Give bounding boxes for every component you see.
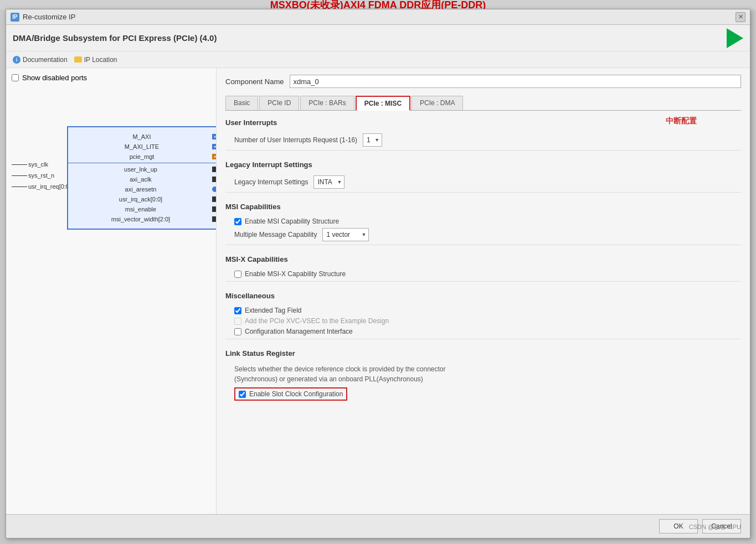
usr-irq-ack-connector (212, 196, 217, 202)
msix-capabilities-separator (225, 281, 741, 282)
enable-msix-checkbox[interactable] (234, 271, 241, 278)
enable-slot-clock-checkbox[interactable] (239, 391, 246, 398)
legacy-interrupt-row: Legacy Interrupt Settings INTAINTBINTCIN… (225, 175, 741, 189)
multiple-message-dropdown[interactable]: 1 vector2 vectors4 vectors 8 vectors16 v… (322, 228, 369, 241)
signal-sys-rst: sys_rst_n (12, 170, 71, 180)
left-panel: Show disabled ports sys_clk sys_rst_n (6, 68, 217, 514)
enable-msi-checkbox[interactable] (234, 218, 241, 225)
tab-pcie-id[interactable]: PCIe ID (259, 96, 299, 110)
port-m-axi-lite: M_AXI_LITE + (68, 142, 217, 152)
show-disabled-ports-label: Show disabled ports (22, 74, 87, 82)
title-bar: IP Re-customize IP ✕ (6, 9, 750, 25)
port-msi-vector-width: msi_vector_width[2:0] (68, 214, 217, 224)
m-axi-connector[interactable]: + (212, 134, 217, 139)
msix-capabilities-title: MSI-X Capabilities (225, 255, 741, 266)
tab-pcie-misc[interactable]: PCIe : MISC (356, 96, 410, 111)
interrupts-annotation: 中断配置 (666, 116, 697, 126)
config-mgmt-label: Configuration Management Interface (245, 328, 353, 335)
tab-pcie-dma[interactable]: PCIe : DMA (412, 96, 463, 110)
legacy-interrupt-title: Legacy Interrupt Settings (225, 160, 741, 171)
add-pcie-xvc-checkbox[interactable] (234, 318, 241, 325)
add-pcie-xvc-label: Add the PCIe XVC-VSEC to the Example Des… (245, 317, 389, 325)
config-mgmt-checkbox[interactable] (234, 328, 241, 335)
msi-capabilities-title: MSI Capabilities (225, 203, 741, 213)
msi-vector-width-connector (212, 216, 217, 222)
legacy-interrupt-select[interactable]: INTAINTBINTCINTD (314, 176, 344, 188)
num-user-interrupts-row: Number of User Interrupts Request (1-16)… (225, 133, 741, 147)
user-interrupts-section: User Interrupts 中断配置 Number of User Inte… (225, 118, 741, 151)
main-dialog: IP Re-customize IP ✕ DMA/Bridge Subsyste… (6, 9, 750, 538)
enable-slot-clock-label: Enable Slot Clock Configuration (249, 390, 343, 398)
legacy-interrupt-label: Legacy Interrupt Settings (234, 178, 308, 186)
link-status-description: Selects whether the device reference clo… (225, 364, 741, 384)
legacy-interrupt-separator (225, 192, 741, 193)
ip-location-link[interactable]: IP Location (74, 56, 117, 64)
miscellaneous-title: Miscellaneous (225, 292, 741, 302)
enable-msix-checkbox-row: Enable MSI-X Capability Structure (225, 270, 741, 278)
action-bar: OK Cancel (6, 514, 750, 538)
extended-tag-row: Extended Tag Field (225, 307, 741, 314)
miscellaneous-section: Miscellaneous Extended Tag Field Add the… (225, 292, 741, 339)
config-mgmt-row: Configuration Management Interface (225, 328, 741, 335)
main-content: Show disabled ports sys_clk sys_rst_n (6, 68, 750, 514)
user-interrupts-title: User Interrupts (225, 118, 741, 129)
toolbar: i Documentation IP Location (6, 51, 750, 68)
port-msi-enable: msi_enable (68, 204, 217, 214)
tab-basic[interactable]: Basic (225, 96, 258, 110)
port-axi-aclk: axi_aclk (68, 174, 217, 184)
enable-slot-clock-row: Enable Slot Clock Configuration (225, 387, 741, 401)
pcie-mgt-connector[interactable]: + (212, 154, 217, 159)
miscellaneous-separator (225, 339, 741, 339)
port-pcie-mgt: pcie_mgt + (68, 152, 217, 162)
port-user-lnk-up: user_lnk_up (68, 164, 217, 174)
link-status-title: Link Status Register (225, 349, 741, 360)
num-user-interrupts-dropdown[interactable]: 1234 5678 ▼ (363, 133, 382, 147)
enable-msix-label: Enable MSI-X Capability Structure (245, 270, 346, 278)
extended-tag-label: Extended Tag Field (245, 307, 302, 314)
multiple-message-select[interactable]: 1 vector2 vectors4 vectors 8 vectors16 v… (323, 229, 368, 241)
show-disabled-ports-row: Show disabled ports (12, 74, 210, 82)
axi-aresetn-connector (212, 186, 217, 192)
tab-bar: Basic PCIe ID PCIe : BARs PCIe : MISC PC… (225, 96, 741, 111)
component-name-row: Component Name (225, 75, 741, 88)
msi-capabilities-separator (225, 245, 741, 245)
documentation-link[interactable]: i Documentation (13, 56, 68, 64)
enable-msi-checkbox-row: Enable MSI Capability Structure (225, 217, 741, 225)
add-pcie-xvc-row: Add the PCIe XVC-VSEC to the Example Des… (225, 317, 741, 325)
dialog-header: DMA/Bridge Subsystem for PCI Express (PC… (6, 25, 750, 51)
tab-pcie-bars[interactable]: PCIe : BARs (300, 96, 354, 110)
left-signals: sys_clk sys_rst_n usr_irq_req[0:0] (12, 159, 71, 191)
watermark: CSDN @极客-CPU (689, 523, 741, 531)
axi-aclk-connector (212, 177, 217, 182)
legacy-interrupt-dropdown[interactable]: INTAINTBINTCINTD ▼ (313, 175, 344, 189)
msi-capabilities-section: MSI Capabilities Enable MSI Capability S… (225, 203, 741, 245)
info-icon: i (13, 56, 20, 64)
port-m-axi: M_AXI + (68, 132, 217, 142)
component-name-label: Component Name (225, 77, 284, 86)
extended-tag-checkbox[interactable] (234, 307, 241, 314)
num-user-interrupts-select[interactable]: 1234 5678 (363, 134, 382, 146)
dialog-icon: IP (11, 13, 19, 22)
close-button[interactable]: ✕ (736, 12, 745, 22)
msi-enable-connector (212, 206, 217, 212)
vivado-logo-icon (727, 28, 743, 48)
multiple-message-row: Multiple Message Capability 1 vector2 ve… (225, 228, 741, 241)
folder-icon (74, 56, 82, 63)
user-lnk-up-connector (212, 167, 217, 172)
right-panel: Component Name Basic PCIe ID PCIe : BARs… (217, 68, 750, 514)
msix-capabilities-section: MSI-X Capabilities Enable MSI-X Capabili… (225, 255, 741, 282)
num-user-interrupts-label: Number of User Interrupts Request (1-16) (234, 136, 357, 144)
signal-usr-irq: usr_irq_req[0:0] (12, 182, 71, 191)
port-axi-aresetn: axi_aresetn (68, 184, 217, 194)
enable-slot-clock-highlighted: Enable Slot Clock Configuration (234, 387, 347, 401)
multiple-message-label: Multiple Message Capability (234, 231, 317, 239)
m-axi-lite-connector[interactable]: + (212, 144, 217, 149)
component-name-input[interactable] (290, 75, 742, 88)
show-disabled-ports-checkbox[interactable] (12, 74, 19, 81)
block-diagram: sys_clk sys_rst_n usr_irq_req[0:0] (12, 126, 210, 230)
dialog-main-title: DMA/Bridge Subsystem for PCI Express (PC… (13, 33, 727, 43)
legacy-interrupt-section: Legacy Interrupt Settings Legacy Interru… (225, 160, 741, 193)
svg-marker-0 (727, 28, 743, 48)
enable-msi-label: Enable MSI Capability Structure (245, 217, 339, 225)
user-interrupts-separator (225, 150, 741, 151)
